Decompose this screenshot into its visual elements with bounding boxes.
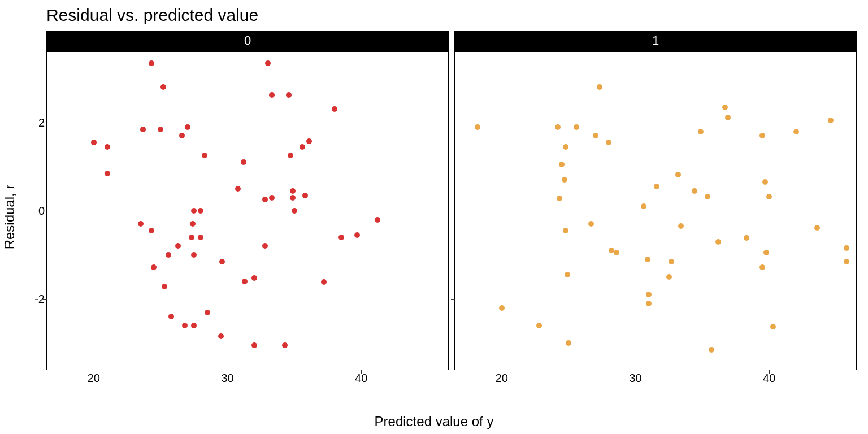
data-point	[766, 194, 772, 199]
y-axis-label: Residual, r	[1, 0, 18, 434]
data-point	[175, 243, 181, 249]
data-point	[235, 186, 241, 192]
data-point	[844, 245, 849, 251]
data-point	[588, 221, 594, 227]
data-point	[219, 259, 225, 264]
data-point	[302, 193, 308, 198]
data-point	[290, 195, 296, 201]
plot-area: 203040-202	[46, 51, 449, 370]
data-point	[168, 314, 174, 319]
data-point	[828, 118, 834, 123]
data-point	[593, 133, 598, 138]
data-point	[705, 194, 710, 199]
data-point	[191, 252, 197, 258]
data-point	[844, 259, 849, 264]
data-point	[151, 264, 157, 270]
data-point	[300, 144, 305, 150]
data-point	[725, 115, 731, 120]
chart-title: Residual vs. predicted value	[46, 6, 258, 25]
data-point	[499, 305, 505, 311]
data-point	[338, 235, 344, 240]
data-point	[675, 172, 681, 177]
data-point	[563, 228, 568, 233]
data-point	[536, 323, 542, 328]
data-point	[191, 208, 197, 214]
data-point	[770, 324, 776, 329]
data-point	[190, 221, 196, 227]
facet-panel: 0203040-202	[46, 31, 449, 370]
x-tick-label: 20	[496, 372, 508, 385]
data-point	[566, 340, 571, 346]
data-point	[559, 162, 565, 167]
data-point	[282, 342, 288, 348]
data-point	[158, 127, 163, 132]
data-point	[722, 105, 728, 110]
x-tick-label: 30	[221, 372, 233, 385]
data-point	[709, 347, 714, 353]
data-point	[166, 252, 171, 258]
data-point	[189, 235, 194, 240]
data-point	[269, 92, 275, 98]
data-point	[744, 235, 749, 241]
data-point	[202, 153, 207, 158]
data-point	[242, 279, 248, 284]
data-point	[262, 197, 268, 202]
data-point	[762, 179, 768, 185]
data-point	[678, 223, 684, 229]
data-point	[179, 133, 185, 138]
reference-line	[47, 211, 448, 211]
x-tick-label: 40	[355, 372, 367, 385]
data-point	[375, 217, 380, 223]
data-point	[760, 264, 765, 270]
data-point	[105, 144, 110, 150]
data-point	[555, 124, 561, 130]
facet-strip-label: 0	[46, 31, 449, 51]
y-tick-label: 2	[19, 116, 45, 129]
data-point	[669, 259, 674, 264]
data-point	[292, 208, 297, 214]
data-point	[692, 188, 697, 194]
data-point	[241, 159, 246, 165]
data-point	[715, 239, 721, 245]
data-point	[205, 310, 210, 315]
data-point	[760, 133, 765, 138]
data-point	[91, 140, 97, 145]
data-point	[354, 232, 360, 238]
data-point	[814, 225, 820, 231]
data-point	[149, 228, 154, 233]
x-ticklabels: 203040	[47, 372, 448, 389]
y-tick-label: 0	[19, 205, 45, 218]
x-tick-label: 20	[88, 372, 100, 385]
data-point	[191, 323, 197, 328]
data-point	[198, 235, 203, 240]
data-point	[597, 84, 602, 90]
data-point	[565, 272, 570, 277]
data-point	[251, 342, 257, 348]
data-point	[574, 124, 579, 130]
data-point	[262, 243, 268, 249]
data-point	[698, 129, 704, 134]
data-point	[793, 129, 799, 134]
data-point	[666, 274, 672, 280]
plot-area: 203040	[454, 51, 857, 370]
data-point	[606, 140, 611, 145]
x-tick-label: 30	[629, 372, 641, 385]
data-point	[138, 221, 144, 227]
data-point	[563, 144, 568, 150]
facet-row: 0203040-2021203040	[46, 31, 857, 370]
reference-line	[455, 211, 856, 211]
chart: Residual vs. predicted value Residual, r…	[0, 0, 868, 434]
data-point	[654, 184, 659, 189]
y-ticklabels: -202	[19, 52, 45, 370]
data-point	[306, 138, 312, 144]
data-point	[198, 208, 203, 214]
data-point	[646, 301, 652, 306]
facet-strip-label: 1	[454, 31, 857, 51]
data-point	[290, 188, 296, 194]
data-point	[763, 250, 769, 255]
x-ticklabels: 203040	[455, 372, 856, 389]
data-point	[562, 177, 567, 183]
data-point	[140, 127, 146, 132]
data-point	[332, 106, 337, 112]
data-point	[182, 323, 188, 328]
